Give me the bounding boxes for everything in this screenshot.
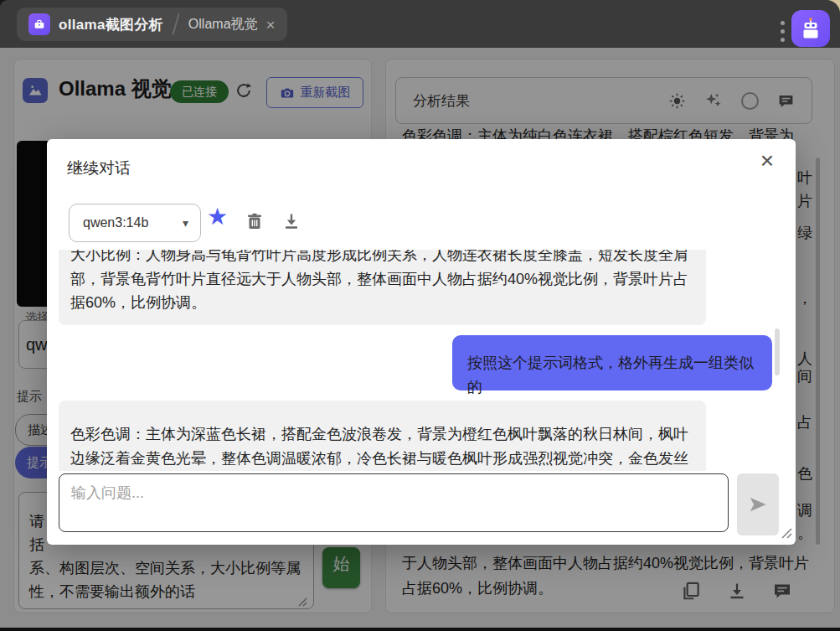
assistant-message: 色彩色调：主体为深蓝色长裙，搭配金色波浪卷发，背景为橙红色枫叶飘落的秋日林间，枫…	[59, 401, 706, 471]
favorite-star-icon[interactable]: ★	[207, 203, 228, 230]
kebab-menu-icon[interactable]	[779, 17, 786, 46]
close-icon[interactable]: ×	[760, 149, 774, 173]
tab-ollama-vision[interactable]: Ollama视觉	[188, 16, 258, 34]
robot-icon	[799, 17, 822, 40]
tab-group: ollama截图分析 Ollama视觉 ×	[17, 8, 287, 41]
app-title: ollama截图分析	[59, 15, 163, 34]
app-icon	[28, 13, 50, 35]
tab-divider	[172, 13, 179, 35]
user-message: 按照这个提示词格式，格外再生成一组类似的	[452, 335, 772, 390]
question-input[interactable]	[59, 473, 729, 532]
briefcase-icon	[33, 18, 46, 31]
continue-dialog: 继续对话 × qwen3:14b ▾ ★ 大小比例：人物	[47, 139, 796, 545]
assistant-message: 大小比例：人物身高与龟背竹叶片高度形成比例关系，人物连衣裙长度全膝盖，短发长度全…	[59, 250, 706, 325]
send-button[interactable]	[737, 473, 779, 535]
dialog-resize-grip[interactable]	[781, 527, 792, 542]
dialog-title: 继续对话	[67, 158, 131, 179]
tab-close-icon[interactable]: ×	[266, 17, 276, 33]
chat-scroll-area[interactable]: 大小比例：人物身高与龟背竹叶片高度形成比例关系，人物连衣裙长度全膝盖，短发长度全…	[59, 250, 784, 471]
trash-icon[interactable]	[245, 211, 265, 235]
app-window: ollama截图分析 Ollama视觉 × Ollama 视觉 已连接	[0, 0, 840, 631]
dialog-model-select[interactable]: qwen3:14b ▾	[69, 204, 201, 242]
download-icon[interactable]	[281, 211, 301, 235]
chevron-down-icon: ▾	[183, 216, 188, 230]
send-arrow-icon	[747, 494, 769, 515]
chat-scrollbar-thumb[interactable]	[775, 328, 780, 375]
model-select-value: qwen3:14b	[83, 215, 148, 230]
assistant-robot-button[interactable]	[791, 10, 830, 47]
